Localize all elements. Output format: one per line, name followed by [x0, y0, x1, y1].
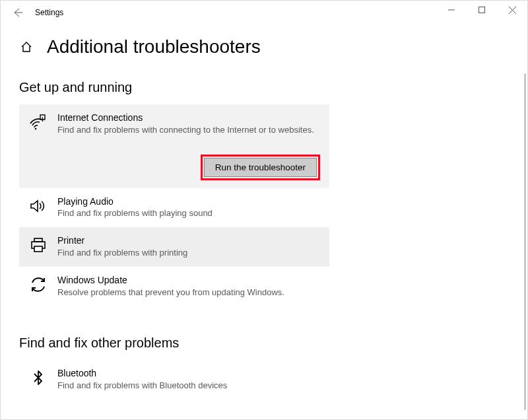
wifi-icon — [28, 112, 48, 132]
back-button[interactable] — [10, 7, 26, 18]
refresh-icon — [28, 275, 48, 295]
troubleshooter-internet-connections[interactable]: Internet Connections Find and fix proble… — [19, 104, 329, 188]
minimize-button[interactable] — [436, 1, 467, 19]
troubleshooter-desc: Find and fix problems with playing sound — [57, 208, 320, 219]
troubleshooter-playing-audio[interactable]: Playing Audio Find and fix problems with… — [19, 188, 329, 228]
troubleshooter-list-getup: Internet Connections Find and fix proble… — [19, 104, 329, 306]
maximize-button[interactable] — [467, 1, 497, 19]
svg-rect-2 — [479, 7, 485, 13]
window-controls — [436, 1, 527, 19]
troubleshooter-printer[interactable]: Printer Find and fix problems with print… — [19, 227, 329, 267]
troubleshooter-desc: Find and fix problems with printing — [57, 248, 320, 259]
troubleshooter-list-other: Bluetooth Find and fix problems with Blu… — [19, 360, 329, 400]
home-icon[interactable] — [19, 40, 34, 53]
troubleshooter-desc: Find and fix problems with connecting to… — [57, 125, 320, 136]
page-heading: Additional troubleshooters — [19, 36, 509, 57]
section-title-getup: Get up and running — [19, 80, 509, 95]
troubleshooter-name: Windows Update — [57, 275, 320, 286]
highlight-annotation: Run the troubleshooter — [201, 155, 320, 180]
troubleshooter-name: Bluetooth — [57, 368, 320, 379]
close-button[interactable] — [497, 1, 527, 19]
speaker-icon — [28, 196, 48, 216]
page-title: Additional troubleshooters — [47, 36, 261, 57]
svg-rect-10 — [34, 246, 42, 252]
troubleshooter-name: Playing Audio — [57, 196, 320, 207]
svg-point-5 — [35, 128, 37, 130]
bluetooth-icon — [28, 368, 48, 388]
troubleshooter-desc: Resolve problems that prevent you from u… — [57, 287, 320, 298]
run-troubleshooter-button[interactable]: Run the troubleshooter — [204, 158, 317, 177]
troubleshooter-desc: Find and fix problems with Bluetooth dev… — [57, 380, 320, 392]
window-title: Settings — [35, 8, 63, 17]
title-bar: Settings — [1, 1, 527, 24]
troubleshooter-windows-update[interactable]: Windows Update Resolve problems that pre… — [19, 267, 329, 306]
content-area: Additional troubleshooters Get up and ru… — [1, 24, 527, 419]
troubleshooter-name: Printer — [57, 235, 320, 246]
section-title-other: Find and fix other problems — [19, 335, 509, 351]
printer-icon — [28, 235, 48, 255]
troubleshooter-bluetooth[interactable]: Bluetooth Find and fix problems with Blu… — [19, 360, 329, 400]
troubleshooter-name: Internet Connections — [57, 112, 320, 123]
settings-window: Settings Additional troubleshooters Get … — [0, 0, 528, 420]
